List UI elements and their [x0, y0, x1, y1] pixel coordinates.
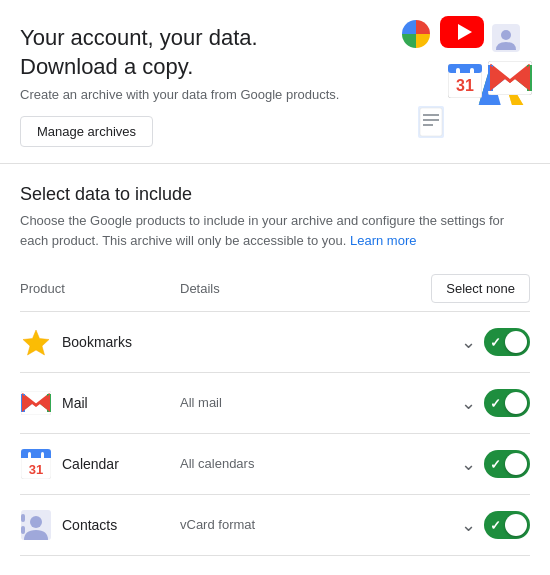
calendar-label: Calendar — [62, 456, 119, 472]
calendar-row-right: ⌄ ✓ — [420, 450, 530, 478]
mail-icon — [20, 387, 52, 419]
svg-rect-22 — [423, 124, 433, 126]
svg-rect-32 — [41, 452, 44, 459]
calendar-icon: 31 — [20, 448, 52, 480]
svg-rect-19 — [420, 108, 442, 136]
table-header: Product Details Select none — [20, 266, 530, 312]
product-row-contacts: Contacts vCard format ⌄ ✓ — [20, 495, 530, 556]
calendar-toggle-check: ✓ — [490, 457, 501, 472]
svg-rect-15 — [470, 68, 474, 75]
product-name-contacts: Contacts — [20, 509, 180, 541]
product-name-calendar: 31 Calendar — [20, 448, 180, 480]
svg-rect-21 — [423, 119, 439, 121]
svg-rect-20 — [423, 114, 439, 116]
main-section: Select data to include Choose the Google… — [0, 164, 550, 575]
product-row-bookmarks: Bookmarks ⌄ ✓ — [20, 312, 530, 373]
mail-chevron[interactable]: ⌄ — [461, 392, 476, 414]
svg-rect-31 — [28, 452, 31, 459]
svg-rect-35 — [21, 514, 25, 522]
svg-rect-36 — [21, 526, 25, 534]
drive-details: All filesPDF and 3 other formats — [180, 570, 420, 575]
bookmarks-row-right: ⌄ ✓ — [420, 328, 530, 356]
svg-point-34 — [30, 516, 42, 528]
contacts-details: vCard format — [180, 515, 420, 535]
product-row-drive: Drive All filesPDF and 3 other formats ⌄… — [20, 556, 530, 575]
column-header-action: Select none — [420, 274, 530, 303]
product-name-bookmarks: Bookmarks — [20, 326, 180, 358]
calendar-chevron[interactable]: ⌄ — [461, 453, 476, 475]
contacts-icon — [20, 509, 52, 541]
svg-rect-14 — [456, 68, 460, 75]
mail-row-right: ⌄ ✓ — [420, 389, 530, 417]
svg-rect-12 — [448, 64, 482, 73]
contacts-row-right: ⌄ ✓ — [420, 511, 530, 539]
contacts-toggle[interactable]: ✓ — [484, 511, 530, 539]
google-icons-cluster: 31 — [404, 16, 534, 136]
header-subtitle: Create an archive with your data from Go… — [20, 87, 370, 102]
product-name-mail: Mail — [20, 387, 180, 419]
mail-details: All mail — [180, 393, 420, 413]
header-text: Your account, your data. Download a copy… — [20, 24, 370, 147]
svg-rect-29 — [21, 455, 51, 458]
learn-more-link[interactable]: Learn more — [350, 233, 416, 248]
column-header-product: Product — [20, 281, 180, 296]
contacts-chevron[interactable]: ⌄ — [461, 514, 476, 536]
product-row-mail: Mail All mail ⌄ ✓ — [20, 373, 530, 434]
mail-label: Mail — [62, 395, 88, 411]
svg-text:31: 31 — [29, 462, 43, 477]
select-none-button[interactable]: Select none — [431, 274, 530, 303]
section-title: Select data to include — [20, 184, 530, 205]
bookmarks-toggle[interactable]: ✓ — [484, 328, 530, 356]
mail-toggle-check: ✓ — [490, 396, 501, 411]
bookmarks-icon — [20, 326, 52, 358]
calendar-toggle[interactable]: ✓ — [484, 450, 530, 478]
contacts-toggle-check: ✓ — [490, 518, 501, 533]
contacts-label: Contacts — [62, 517, 117, 533]
section-description: Choose the Google products to include in… — [20, 211, 530, 250]
header-title: Your account, your data. Download a copy… — [20, 24, 370, 81]
bookmarks-toggle-check: ✓ — [490, 335, 501, 350]
mail-toggle[interactable]: ✓ — [484, 389, 530, 417]
bookmarks-chevron[interactable]: ⌄ — [461, 331, 476, 353]
svg-marker-23 — [23, 330, 49, 355]
calendar-details: All calendars — [180, 454, 420, 474]
column-header-details: Details — [180, 281, 420, 296]
manage-archives-button[interactable]: Manage archives — [20, 116, 153, 147]
svg-text:31: 31 — [456, 77, 474, 94]
header-section: Your account, your data. Download a copy… — [0, 0, 550, 164]
product-row-calendar: 31 Calendar All calendars ⌄ ✓ — [20, 434, 530, 495]
svg-point-17 — [501, 30, 511, 40]
bookmarks-label: Bookmarks — [62, 334, 132, 350]
